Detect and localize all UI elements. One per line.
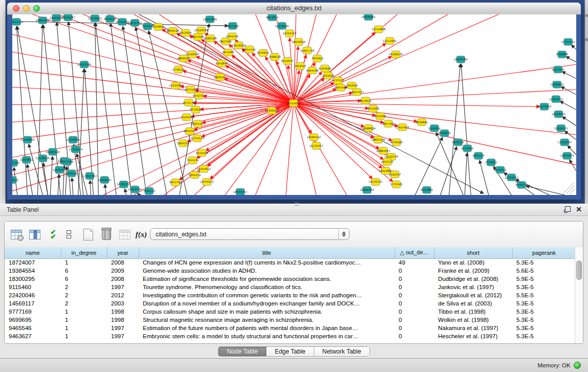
cell-in_degree[interactable]: 2 <box>61 299 107 308</box>
cell-year[interactable]: 1998 <box>107 308 139 316</box>
cell-short[interactable]: Yano et al. (2008) <box>434 258 512 267</box>
cell-year[interactable]: 1997 <box>107 332 139 340</box>
cell-year[interactable]: 2008 <box>107 275 139 283</box>
cell-short[interactable]: Nakamura et al. (1997) <box>434 324 512 332</box>
delete-icon[interactable] <box>100 228 113 241</box>
cell-in_degree[interactable]: 1 <box>61 324 107 332</box>
cell-pagerank[interactable]: 5.3E-5 <box>512 283 576 291</box>
cell-pagerank[interactable]: 5.9E-5 <box>512 275 576 283</box>
cell-year[interactable]: 2003 <box>107 299 139 308</box>
tab-edge-table[interactable]: Edge Table <box>266 347 314 356</box>
cell-out_degree[interactable]: 0 <box>395 332 434 340</box>
cell-out_degree[interactable]: 49 <box>395 258 434 267</box>
column-header-title[interactable]: title <box>139 247 395 258</box>
cell-out_degree[interactable]: 0 <box>395 291 434 299</box>
cell-in_degree[interactable]: 6 <box>61 275 107 283</box>
cell-title[interactable]: Tourette syndrome. Phenomenology and cla… <box>139 283 395 291</box>
cell-pagerank[interactable]: 5.3E-5 <box>512 324 576 332</box>
cell-pagerank[interactable]: 5.5E-5 <box>512 291 576 299</box>
rows-icon[interactable] <box>62 228 75 241</box>
function-builder-icon[interactable]: f(x) <box>135 228 148 241</box>
cell-in_degree[interactable]: 1 <box>61 316 107 324</box>
float-panel-icon[interactable] <box>564 206 571 213</box>
cell-name[interactable]: 18724007 <box>5 258 61 267</box>
cell-name[interactable]: 9699695 <box>5 316 61 324</box>
cell-title[interactable]: Genome-wide association studies in ADHD. <box>139 267 395 275</box>
select-columns-icon[interactable] <box>28 228 41 241</box>
column-header-year[interactable]: year <box>107 247 139 258</box>
cell-pagerank[interactable]: 5.3E-5 <box>512 258 576 267</box>
table-selector-dropdown[interactable]: citations_edges.txt <box>150 228 350 240</box>
column-header-out_de[interactable]: △ out_de… <box>395 247 434 258</box>
cell-in_degree[interactable]: 1 <box>61 258 107 267</box>
table-row[interactable]: 2242004622012Investigating the contribut… <box>5 291 576 299</box>
cell-name[interactable]: 9115460 <box>5 283 61 291</box>
cell-name[interactable]: 18300295 <box>5 275 61 283</box>
vertical-scrollbar[interactable] <box>575 247 583 343</box>
table-row[interactable]: 1456911722003Disruption of a novel membe… <box>5 299 576 308</box>
cell-year[interactable]: 1997 <box>107 283 139 291</box>
table-settings-icon[interactable] <box>10 228 23 241</box>
cell-short[interactable]: Dudbridge et al. (2008) <box>434 275 512 283</box>
splitter-handle[interactable] <box>294 203 299 206</box>
cell-out_degree[interactable]: 0 <box>395 324 434 332</box>
cell-pagerank[interactable]: 5.3E-5 <box>512 332 576 340</box>
cell-short[interactable]: Wolkin et al. (1998) <box>434 316 512 324</box>
table-row[interactable]: 1938455462009Genome-wide association stu… <box>5 267 576 275</box>
table-row[interactable]: 977716911998Corpus callosum shape and si… <box>5 308 576 316</box>
table-row[interactable]: 1872400712008Changes of HCN gene express… <box>5 258 576 267</box>
cell-pagerank[interactable]: 5.3E-5 <box>512 308 576 316</box>
tab-node-table[interactable]: Node Table <box>219 347 266 356</box>
cell-out_degree[interactable]: 0 <box>395 308 434 316</box>
cell-pagerank[interactable]: 5.6E-5 <box>512 267 576 275</box>
cell-name[interactable]: 14569117 <box>5 299 61 308</box>
cell-in_degree[interactable]: 2 <box>61 283 107 291</box>
cell-title[interactable]: Estimation of the future numbers of pati… <box>139 324 395 332</box>
cell-in_degree[interactable]: 6 <box>61 267 107 275</box>
cell-out_degree[interactable]: 0 <box>395 299 434 308</box>
cell-title[interactable]: Estimation of significance thresholds fo… <box>139 275 395 283</box>
column-header-name[interactable]: name <box>5 247 61 258</box>
column-header-in_degree[interactable]: in_degree <box>61 247 107 258</box>
window-titlebar[interactable]: citations_edges.txt <box>7 3 581 15</box>
cell-pagerank[interactable]: 5.3E-5 <box>512 299 576 308</box>
cell-name[interactable]: 9777169 <box>5 308 61 316</box>
row-checks-icon[interactable]: ✔✔ <box>47 228 60 241</box>
new-document-icon[interactable] <box>81 228 95 241</box>
cell-short[interactable]: Tibbo et al. (1998) <box>434 308 512 316</box>
scrollbar-thumb[interactable] <box>576 260 582 280</box>
cell-name[interactable]: 9463627 <box>5 332 61 340</box>
cell-short[interactable]: Jankovic et al. (1997) <box>434 283 512 291</box>
cell-short[interactable]: Stergiakouli et al. (2012) <box>434 291 512 299</box>
cell-year[interactable]: 1998 <box>107 316 139 324</box>
cell-short[interactable]: de Silva et al. (2003) <box>434 299 512 308</box>
table-row[interactable]: 911546021997Tourette syndrome. Phenomeno… <box>5 283 576 291</box>
cell-short[interactable]: Hescheler et al. (1997) <box>434 332 512 340</box>
cell-out_degree[interactable]: 0 <box>395 316 434 324</box>
network-view[interactable]: 1872400718300295746382286601285912954232… <box>12 14 576 195</box>
resize-grip[interactable] <box>563 183 575 194</box>
cell-title[interactable]: Investigating the contribution of common… <box>139 291 395 299</box>
column-header-short[interactable]: short <box>434 247 512 258</box>
column-header-pagerank[interactable]: pagerank <box>512 247 576 258</box>
cell-title[interactable]: Disruption of a novel member of a sodium… <box>139 299 395 308</box>
close-panel-icon[interactable]: ✕ <box>576 206 582 213</box>
cell-out_degree[interactable]: 0 <box>395 283 434 291</box>
table-row[interactable]: 969969511998Structural magnetic resonanc… <box>5 316 576 324</box>
cell-year[interactable]: 1997 <box>107 324 139 332</box>
cell-out_degree[interactable]: 0 <box>395 275 434 283</box>
table-row[interactable]: 1830029562008Estimation of significance … <box>5 275 576 283</box>
cell-in_degree[interactable]: 1 <box>61 308 107 316</box>
network-canvas[interactable]: 1872400718300295746382286601285912954232… <box>12 14 576 195</box>
table-row[interactable]: 946362711997Embryonic stem cells: a mode… <box>5 332 576 340</box>
table-row[interactable]: 946554611997Estimation of the future num… <box>5 324 576 332</box>
cell-year[interactable]: 2012 <box>107 291 139 299</box>
cell-title[interactable]: Corpus callosum shape and size in male p… <box>139 308 395 316</box>
cell-title[interactable]: Structural magnetic resonance image aver… <box>139 316 395 324</box>
cell-title[interactable]: Changes of HCN gene expression and I(f) … <box>139 258 395 267</box>
cell-short[interactable]: Franke et al. (2009) <box>434 267 512 275</box>
tab-network-table[interactable]: Network Table <box>314 347 369 356</box>
cell-name[interactable]: 22420046 <box>5 291 61 299</box>
cell-title[interactable]: Embryonic stem cells: a model to study s… <box>139 332 395 340</box>
cell-pagerank[interactable]: 5.3E-5 <box>512 316 576 324</box>
